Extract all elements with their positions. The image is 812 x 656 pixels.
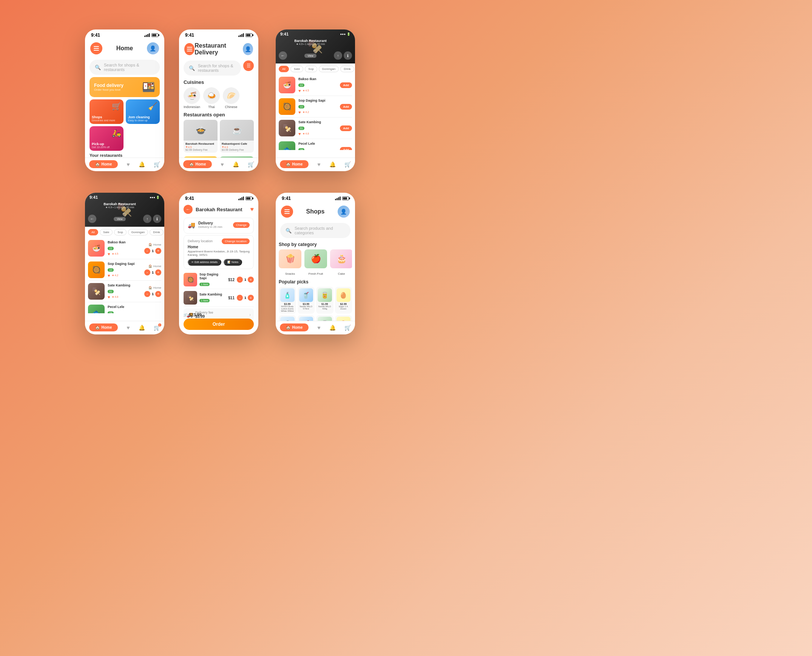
banner-text: Food delivery Order food you love: [94, 83, 123, 91]
cuisine-thai[interactable]: 🍛 Thai: [203, 87, 220, 109]
filter-drink-3[interactable]: Drink: [340, 66, 354, 72]
nav-bell-3[interactable]: 🔔: [329, 161, 336, 167]
product-3[interactable]: 🥫 $1.99 Nestle MILO 400g: [316, 287, 333, 314]
sate-qty-plus-5[interactable]: +: [248, 295, 254, 301]
prod-img-4: 🥚: [337, 288, 351, 302]
home-icon-6: 🏠: [286, 325, 290, 330]
sate-img-4: 🍢: [88, 283, 105, 300]
order-btn-5[interactable]: Order: [184, 319, 254, 330]
sop-add-btn[interactable]: Add: [340, 104, 352, 110]
sate-add-btn[interactable]: Add: [340, 125, 352, 131]
filter-sop-3[interactable]: Sop: [305, 66, 317, 72]
phone-restaurant-menu-2: 🍢 9:41 ●●● 🔋 ← Barokah Restaurant ★ 4.9 …: [85, 193, 164, 334]
restaurant-card-1[interactable]: 🍲 Barokah Restaurant ★ 4.5 $2.99 Deliver…: [184, 120, 218, 153]
nav-notifications-1[interactable]: 🔔: [139, 161, 145, 167]
qty-minus-bakso-4[interactable]: -: [144, 248, 150, 254]
status-bar-5: 9:41: [179, 193, 258, 203]
info-btn-4[interactable]: ℹ: [153, 215, 161, 223]
filter-drink-4[interactable]: Drink: [150, 229, 164, 235]
pecel-add-btn[interactable]: Add: [340, 147, 352, 150]
bakso-heart[interactable]: ♥: [298, 88, 301, 93]
search-bar-1[interactable]: 🔍 Search for shops & restaurants: [90, 60, 160, 75]
filter-gorengan-4[interactable]: Gorengan: [128, 229, 148, 235]
filter-sop-4[interactable]: Sop: [114, 229, 126, 235]
category-cake-6[interactable]: 🎂 Cake: [330, 249, 352, 276]
home-tag-4: 🏠 Home: [148, 243, 161, 246]
search-bar-2[interactable]: 🔍 Search for shops & restaurants: [184, 60, 241, 76]
notes-btn-5[interactable]: 📝 Notes: [224, 259, 242, 266]
category-fruit-6[interactable]: 🍎 Fresh Fruit: [304, 249, 327, 276]
info-btn-3[interactable]: ℹ: [344, 51, 352, 60]
qty-plus-sate-4[interactable]: +: [155, 291, 161, 297]
hamburger-menu-6[interactable]: [281, 206, 293, 218]
view-menu-btn-3[interactable]: View: [304, 54, 316, 58]
hamburger-menu-2[interactable]: [184, 43, 195, 55]
sate-heart-4[interactable]: ♥: [108, 295, 110, 299]
filter-sate-3[interactable]: Sate: [290, 66, 303, 72]
filter-all-4[interactable]: All: [88, 229, 98, 235]
nav-home-btn-4[interactable]: 🏠 Home: [89, 323, 118, 331]
qty-plus-sop-4[interactable]: +: [155, 269, 161, 275]
nav-bell-6[interactable]: 🔔: [329, 325, 336, 331]
nav-cart-2[interactable]: 🛒: [248, 161, 254, 167]
avatar-1[interactable]: 👤: [147, 42, 159, 54]
bakso-heart-4[interactable]: ♥: [108, 252, 110, 256]
pickup-card[interactable]: 🛵 Pick-up Get 10-20% off: [90, 126, 123, 151]
sate-qty-minus-5[interactable]: -: [237, 295, 243, 301]
change-delivery-btn-5[interactable]: Change: [233, 222, 250, 228]
fav-btn-5[interactable]: ♥: [250, 206, 254, 213]
hamburger-menu-1[interactable]: [90, 42, 102, 54]
product-4[interactable]: 🥚 $2.99 Eggs 1 A dozen: [335, 287, 352, 314]
back-btn-3[interactable]: ←: [279, 51, 287, 60]
change-location-btn-5[interactable]: Change location: [222, 238, 250, 244]
sop-heart-4[interactable]: ♥: [108, 273, 110, 278]
nav-favorites-1[interactable]: ♥: [127, 161, 130, 167]
edit-address-btn-5[interactable]: ✏ Edit address details: [188, 259, 221, 266]
filter-gorengan-3[interactable]: Gorengan: [319, 66, 339, 72]
nav-fav-6[interactable]: ♥: [317, 325, 320, 331]
nav-cart-6[interactable]: 🛒: [344, 325, 351, 331]
restaurant-card-2[interactable]: ☕ Rakantopeni Cafe ★ 4.3 $3.99 Delivery …: [220, 120, 254, 153]
category-snacks-6[interactable]: 🍿 Snacks: [279, 249, 301, 276]
nav-fav-4[interactable]: ♥: [127, 325, 130, 331]
avatar-6[interactable]: 👤: [338, 206, 350, 218]
nav-favorites-2[interactable]: ♥: [221, 161, 224, 167]
filter-all-3[interactable]: All: [279, 66, 289, 72]
nav-bell-4[interactable]: 🔔: [139, 325, 145, 331]
cuisine-chinese[interactable]: 🥟 Chinese: [223, 87, 239, 109]
sop-rating: ★ 4.2: [303, 111, 309, 114]
qty-minus-sop-4[interactable]: -: [144, 269, 150, 275]
nav-cart-4[interactable]: 🛒 2: [154, 325, 160, 331]
food-delivery-banner[interactable]: Food delivery Order food you love 🍱: [90, 77, 160, 97]
cleaning-card[interactable]: 🧹 Jom cleaning Easy to clean up: [126, 99, 160, 124]
nav-cart-3[interactable]: 🛒: [344, 161, 351, 167]
shops-card[interactable]: 🛒 Shops Groceries and more: [90, 99, 123, 124]
nav-header-1: Home 👤: [85, 39, 164, 57]
sop-qty-plus-5[interactable]: +: [248, 277, 254, 283]
sate-heart[interactable]: ♥: [298, 132, 301, 136]
filter-btn-2[interactable]: ☰: [243, 60, 254, 71]
nav-home-btn-2[interactable]: 🏠 Home: [183, 160, 212, 168]
sop-qty-minus-5[interactable]: -: [237, 277, 243, 283]
nav-fav-3[interactable]: ♥: [317, 161, 320, 167]
back-btn-5[interactable]: ←: [184, 205, 193, 214]
nav-cart-1[interactable]: 🛒: [154, 161, 160, 167]
product-2[interactable]: 🥤 $3.99 Nestle MILO 570ml: [298, 287, 315, 314]
avatar-2[interactable]: 👤: [243, 43, 253, 55]
qty-plus-bakso-4[interactable]: +: [155, 248, 161, 254]
bakso-add-btn[interactable]: Add: [340, 82, 352, 88]
sop-heart[interactable]: ♥: [298, 110, 301, 114]
nav-home-btn-3[interactable]: 🏠 Home: [280, 160, 309, 168]
nav-bell-2[interactable]: 🔔: [233, 161, 239, 167]
back-btn-4[interactable]: ←: [88, 215, 96, 223]
product-1[interactable]: 🧴 $3.99 NIVEA Body Lotion Extra White 35…: [279, 287, 296, 314]
nav-home-btn-6[interactable]: 🏠 Home: [280, 323, 309, 331]
view-btn-4[interactable]: View: [114, 217, 125, 221]
filter-sate-4[interactable]: Sate: [100, 229, 113, 235]
search-bar-6[interactable]: 🔍 Search products and categories: [280, 223, 350, 238]
nav-home-btn-1[interactable]: 🏠 Home: [89, 160, 118, 168]
share-btn-4[interactable]: ↑: [143, 215, 151, 223]
qty-minus-sate-4[interactable]: -: [144, 291, 150, 297]
cuisine-indonesian[interactable]: 🍜 Indonesian: [184, 87, 200, 109]
share-btn-3[interactable]: ↑: [334, 51, 342, 60]
